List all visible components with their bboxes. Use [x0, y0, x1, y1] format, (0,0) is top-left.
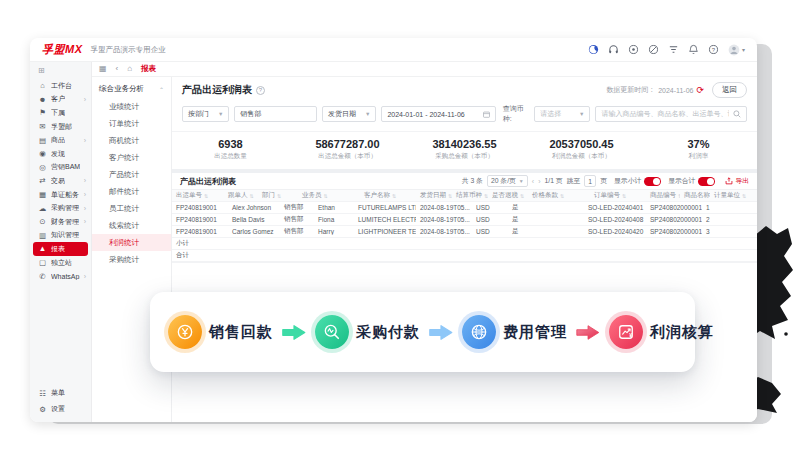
- back-button[interactable]: 返回: [712, 82, 747, 98]
- user-avatar[interactable]: ▾: [728, 44, 745, 56]
- search-input[interactable]: 请输入商品编号、商品名称、出运单号、订单号、采购单号: [595, 106, 747, 122]
- column-header[interactable]: 是否退税⇅: [488, 191, 528, 200]
- sort-icon: ⇅: [392, 193, 396, 199]
- table-title: 产品出运利润表: [180, 176, 236, 187]
- column-header[interactable]: 跟单人⇅: [224, 191, 258, 200]
- panel-menu-item[interactable]: 产品统计: [92, 166, 171, 183]
- sidebar-footer-label: 菜单: [51, 388, 65, 398]
- table-row[interactable]: FP240819001Carlos Gomez销售部HarryLIGHTPION…: [172, 226, 757, 238]
- total-toggle[interactable]: [698, 177, 715, 186]
- apps-grid-icon[interactable]: ▦: [99, 65, 107, 73]
- sidebar-collapse-icon[interactable]: ⊞: [30, 65, 91, 79]
- back-chevron-icon[interactable]: ‹: [116, 65, 119, 73]
- sidebar-item[interactable]: ▲ 报表: [33, 242, 88, 256]
- headset-icon[interactable]: [608, 44, 619, 55]
- panel-menu-item[interactable]: 订单统计: [92, 115, 171, 132]
- page-size-select[interactable]: 20 条/页▼: [487, 175, 528, 187]
- column-header[interactable]: 商品名称⇅: [680, 191, 710, 200]
- column-header[interactable]: 订单编号⇅: [590, 191, 646, 200]
- sidebar-footer-item[interactable]: ☷ 菜单: [30, 385, 91, 401]
- export-button[interactable]: 导出: [725, 176, 749, 186]
- panel-menu-item[interactable]: 商机统计: [92, 132, 171, 149]
- stat-label: 采购总金额（本币）: [406, 152, 523, 161]
- sidebar-item[interactable]: ▦ 单证船务 ›: [30, 188, 91, 202]
- sidebar-item[interactable]: ⌂ 工作台: [30, 79, 91, 93]
- table-row[interactable]: FP240819001Bella Davis销售部FionaLUMITECH E…: [172, 214, 757, 226]
- tab-strip: ▦ ‹ ⌂ 报表: [92, 62, 757, 77]
- home-icon[interactable]: ⌂: [127, 65, 132, 73]
- magnifier-pulse-icon: [315, 315, 349, 349]
- refresh-icon[interactable]: ⟳: [696, 86, 704, 95]
- sidebar-item[interactable]: ◉ 发现: [30, 147, 91, 161]
- date-type-select[interactable]: 发货日期▼: [322, 106, 376, 122]
- column-header[interactable]: 结算币种⇅: [452, 191, 488, 200]
- table-row[interactable]: 小计: [172, 238, 757, 250]
- currency-select[interactable]: 请选择▼: [534, 106, 590, 122]
- filter-list-icon[interactable]: [668, 44, 679, 55]
- stat-label: 出运总数量: [172, 152, 289, 161]
- column-header[interactable]: 业务员⇅: [298, 191, 360, 200]
- sidebar-item[interactable]: ✆ WhatsAp... ›: [30, 269, 91, 283]
- active-tab-report[interactable]: 报表: [141, 64, 156, 74]
- panel-menu-item[interactable]: 利润统计: [92, 234, 171, 251]
- sidebar-item-icon: ▲: [38, 244, 47, 253]
- department-select[interactable]: 按部门▼: [182, 106, 229, 122]
- profit-table: 出运单号⇅ 跟单人⇅ 部门⇅: [172, 189, 757, 262]
- blocked-icon[interactable]: [648, 44, 659, 55]
- subtotal-toggle[interactable]: [644, 177, 661, 186]
- help-icon[interactable]: ?: [708, 44, 719, 55]
- column-header[interactable]: 计量单位⇅: [710, 191, 750, 200]
- sidebar-item[interactable]: ✉ 孚盟邮: [30, 120, 91, 134]
- panel-menu-item[interactable]: 业绩统计: [92, 98, 171, 115]
- next-page-icon[interactable]: ›: [538, 178, 540, 185]
- sidebar-item[interactable]: ☻ 客户 ›: [30, 93, 91, 107]
- target-icon[interactable]: [628, 44, 639, 55]
- sidebar-item[interactable]: ▤ 商品 ›: [30, 133, 91, 147]
- table-header-row: 出运单号⇅ 跟单人⇅ 部门⇅: [172, 189, 757, 202]
- panel-menu-item[interactable]: 客户统计: [92, 149, 171, 166]
- jump-page-input[interactable]: 1: [584, 175, 596, 187]
- jump-label: 跳至: [567, 176, 581, 186]
- bell-icon[interactable]: [688, 44, 699, 55]
- column-header[interactable]: 发货日期⇅: [416, 191, 452, 200]
- column-header[interactable]: 部门⇅: [258, 191, 298, 200]
- sidebar-footer-item[interactable]: ⚙ 设置: [30, 401, 91, 417]
- sidebar-item-icon: ▥: [38, 231, 47, 240]
- stat-value: 38140236.55: [406, 138, 523, 150]
- panel-menu-item[interactable]: 员工统计: [92, 200, 171, 217]
- summary-stats: 6938 出运总数量 58677287.00 出运总金额（本币）: [172, 131, 757, 169]
- panel-menu-item[interactable]: 邮件统计: [92, 183, 171, 200]
- step-profit-accounting: ¥ 利润核算: [609, 315, 714, 349]
- jump-suffix: 页: [600, 176, 607, 186]
- sidebar-item[interactable]: ⇄ 交易 ›: [30, 174, 91, 188]
- theme-toggle-icon[interactable]: [588, 44, 599, 55]
- department-value-input[interactable]: 销售部: [234, 106, 317, 122]
- column-header[interactable]: 商品编号⇅: [646, 191, 680, 200]
- prev-page-icon[interactable]: ‹: [532, 178, 534, 185]
- sidebar-item[interactable]: ◎ 营销BAM: [30, 161, 91, 175]
- title-help-icon[interactable]: ?: [256, 86, 265, 95]
- sidebar-item-icon: ▦: [38, 190, 47, 199]
- sidebar-item-label: 营销BAM: [51, 162, 80, 172]
- sidebar-item[interactable]: ⚑ 下属: [30, 106, 91, 120]
- sidebar-item-icon: ✉: [38, 122, 47, 131]
- page-indicator: 1/1 页: [545, 176, 563, 186]
- panel-group-label: 综合业务分析: [99, 84, 144, 94]
- column-header[interactable]: 客户名称⇅: [360, 191, 416, 200]
- table-row[interactable]: 合计: [172, 250, 757, 262]
- sidebar-item-label: 独立站: [51, 258, 72, 268]
- panel-menu-item[interactable]: 线索统计: [92, 217, 171, 234]
- date-range-picker[interactable]: 2024-01-01 - 2024-11-06: [381, 106, 495, 122]
- sidebar-item[interactable]: ▢ 独立站: [30, 256, 91, 270]
- sidebar-item-label: 知识管理: [51, 230, 79, 240]
- sidebar-item[interactable]: ⊙ 财务管理 ›: [30, 215, 91, 229]
- sidebar-item[interactable]: ☁ 采购管理 ›: [30, 201, 91, 215]
- page-title: 产品出运利润表: [182, 83, 252, 97]
- panel-menu-item[interactable]: 采购统计: [92, 251, 171, 268]
- sidebar-item-label: 下属: [51, 108, 65, 118]
- column-header[interactable]: 出运单号⇅: [172, 191, 224, 200]
- column-header[interactable]: 价格条款⇅: [528, 191, 590, 200]
- table-row[interactable]: FP240819001Alex Johnson销售部EthanFUTURELAM…: [172, 202, 757, 214]
- sidebar-item[interactable]: ▥ 知识管理: [30, 229, 91, 243]
- panel-group-header[interactable]: 综合业务分析 ⌃: [92, 81, 171, 98]
